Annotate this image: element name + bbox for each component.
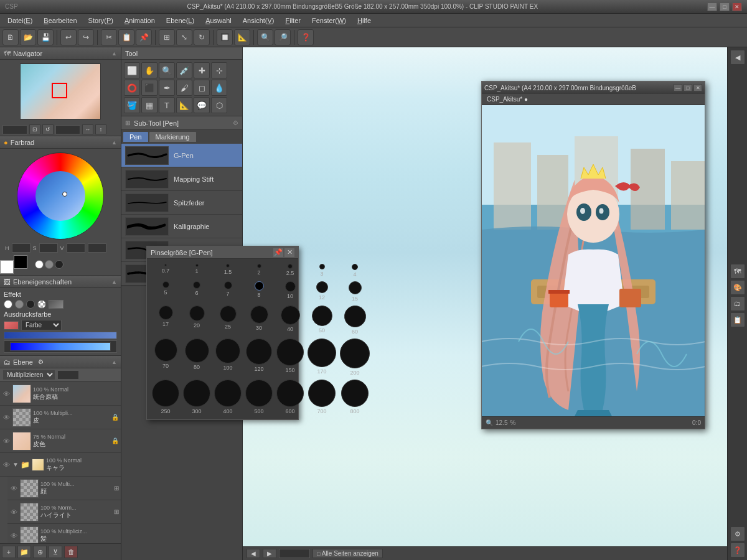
opacity-input-color[interactable]: 70	[88, 243, 106, 253]
mode-gray[interactable]	[45, 260, 54, 269]
layers-collapse[interactable]: ▲	[111, 359, 117, 365]
navigator-thumbnail[interactable]	[20, 63, 101, 119]
background-color-swatch[interactable]	[0, 260, 14, 274]
sw-close[interactable]: ✕	[693, 84, 702, 91]
tab-pen[interactable]: Pen	[123, 131, 149, 142]
bs-cell-80[interactable]: 80	[182, 337, 212, 377]
nav-fit-btn[interactable]: ⊡	[29, 124, 40, 134]
nav-flip-h[interactable]: ↔	[82, 124, 93, 134]
tb-rotate[interactable]: ↻	[194, 29, 210, 45]
group-expand-arrow[interactable]: ▼	[12, 461, 19, 468]
menu-story[interactable]: Story(P)	[83, 16, 118, 26]
tool-edit[interactable]: ⊹	[211, 62, 227, 78]
tool-ruler[interactable]: 📐	[176, 97, 192, 113]
tb-zoom-in[interactable]: 🔍	[257, 29, 273, 45]
canvas-next-page[interactable]: ▶	[263, 549, 276, 558]
effect-circle-checkered[interactable]	[37, 300, 46, 309]
opacity-input[interactable]: 100	[57, 370, 79, 380]
layer-item[interactable]: 👁 100 % Multi... 顔 ⊞	[7, 477, 121, 500]
maximize-button[interactable]: □	[720, 2, 730, 11]
effect-circle-black[interactable]	[26, 300, 35, 309]
rotation-input[interactable]: -90.0	[55, 125, 80, 134]
nav-rotate-btn[interactable]: ↺	[42, 124, 54, 134]
tool-move[interactable]: ✚	[194, 62, 210, 78]
bs-cell-100[interactable]: 100	[213, 337, 243, 377]
effect-square[interactable]	[49, 300, 63, 309]
mode-black[interactable]	[55, 260, 63, 269]
menu-datei[interactable]: Datei(E)	[2, 16, 37, 26]
tool-brush[interactable]: 🖌	[176, 80, 192, 96]
sw-minimize[interactable]: —	[674, 84, 682, 91]
tool-hand[interactable]: ✋	[141, 62, 157, 78]
color-wheel[interactable]	[17, 152, 104, 240]
rs-materials-btn[interactable]: 📋	[730, 312, 745, 327]
bs-cell-5[interactable]: 5	[151, 280, 181, 303]
tool-zoom[interactable]: 🔍	[159, 62, 175, 78]
bs-cell-25[interactable]: 25	[213, 304, 243, 336]
tool-balloon[interactable]: 💬	[194, 97, 210, 113]
new-folder-btn[interactable]: 📁	[17, 546, 31, 558]
tb-save[interactable]: 💾	[37, 29, 54, 45]
merge-down-btn[interactable]: ⊻	[49, 546, 62, 558]
tool-eraser[interactable]: ◻	[194, 80, 210, 96]
rs-layers-btn[interactable]: 🗂	[730, 296, 745, 311]
bs-cell-250[interactable]: 250	[151, 378, 181, 416]
rs-navigator-btn[interactable]: 🗺	[730, 264, 745, 279]
tb-snap[interactable]: 🔲	[217, 29, 233, 45]
tb-transform[interactable]: ⊞	[159, 29, 175, 45]
tool-pen[interactable]: ✒	[159, 80, 175, 96]
bs-cell-400[interactable]: 400	[213, 378, 243, 416]
layer-visibility-toggle[interactable]: 👁	[2, 460, 11, 469]
layer-item[interactable]: 👁 75 % Normal 皮色 🔒	[0, 429, 121, 453]
tb-new[interactable]: 🗎	[2, 29, 19, 45]
color-panel-collapse[interactable]: ▲	[111, 139, 117, 146]
rs-color-btn[interactable]: 🎨	[730, 280, 745, 295]
layer-visibility-toggle[interactable]: 👁	[9, 508, 18, 516]
canvas-zoom-display[interactable]: -90.0	[279, 549, 310, 558]
tool-gradient[interactable]: ▦	[141, 97, 157, 113]
tb-help[interactable]: ❓	[298, 29, 314, 45]
sub-tool-g-pen[interactable]: G-Pen	[121, 144, 242, 167]
tb-copy[interactable]: 📋	[118, 29, 134, 45]
minimize-button[interactable]: —	[707, 2, 717, 11]
effect-circle-white[interactable]	[4, 300, 12, 309]
tool-frame[interactable]: ⬡	[211, 97, 227, 113]
bs-cell-0.7[interactable]: 0.7	[151, 263, 181, 279]
tb-ruler[interactable]: 📐	[234, 29, 250, 45]
layer-item[interactable]: 👁 100 % Normal 統合原稿	[0, 382, 121, 406]
sub-tool-options[interactable]: ⚙	[233, 119, 238, 126]
bs-cell-7[interactable]: 7	[213, 280, 243, 303]
layer-visibility-toggle[interactable]: 👁	[2, 437, 11, 446]
menu-ebene[interactable]: Ebene(L)	[161, 16, 199, 26]
navigator-collapse[interactable]: ▲	[111, 50, 117, 57]
layer-item[interactable]: 👁 100 % Multipli... 皮 🔒	[0, 406, 121, 429]
tool-text[interactable]: T	[159, 97, 175, 113]
layer-visibility-toggle[interactable]: 👁	[2, 413, 11, 422]
menu-animation[interactable]: Animation	[120, 16, 160, 26]
menu-auswahl[interactable]: Auswahl	[200, 16, 237, 26]
menu-hilfe[interactable]: Hilfe	[352, 16, 376, 26]
layer-item[interactable]: 👁 100 % Norm... ハイライト ⊞	[7, 500, 121, 524]
secondary-window-canvas[interactable]	[482, 105, 705, 416]
val-input[interactable]: 68	[67, 243, 85, 253]
color-select[interactable]: Farbe	[21, 320, 62, 330]
bs-cell-17[interactable]: 17	[151, 304, 181, 336]
new-layer-btn[interactable]: +	[2, 546, 16, 558]
tb-open[interactable]: 📂	[20, 29, 36, 45]
delete-layer-btn[interactable]: 🗑	[64, 546, 78, 558]
layer-visibility-toggle[interactable]: 👁	[2, 390, 11, 398]
tool-lasso[interactable]: ⭕	[124, 80, 140, 96]
layers-options-icon[interactable]: ⚙	[38, 358, 44, 365]
close-button[interactable]: ✕	[732, 2, 742, 11]
zoom-input[interactable]: 100.0	[2, 125, 27, 134]
effects-collapse[interactable]: ▲	[111, 279, 117, 285]
bs-cell-300[interactable]: 300	[182, 378, 212, 416]
menu-fenster[interactable]: Fenster(W)	[307, 16, 351, 26]
tool-eyedrop[interactable]: 💉	[176, 62, 192, 78]
tab-markierung[interactable]: Markierung	[149, 131, 197, 142]
tb-scale[interactable]: ⤡	[176, 29, 192, 45]
hue-input[interactable]: 212	[12, 243, 31, 253]
sub-tool-spitz[interactable]: Spitzfeder	[121, 191, 242, 215]
secondary-window-tab[interactable]: CSP_Akitsu* ●	[482, 94, 705, 105]
canvas-area[interactable]: ◀ ▶ -90.0 □ Alle Seiten anzeigen CSP_Aki…	[243, 47, 727, 560]
